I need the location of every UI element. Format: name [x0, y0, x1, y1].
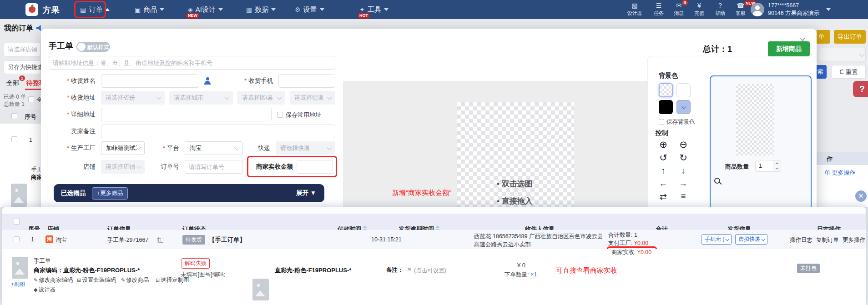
more-gifts-button[interactable]: +更多赠品	[92, 187, 128, 200]
header-checkbox[interactable]	[11, 113, 17, 119]
rotate-right-icon[interactable]: ↻	[678, 152, 689, 163]
help-float-button[interactable]: ?	[853, 81, 868, 97]
sheet-close-icon[interactable]: ✕	[855, 190, 867, 202]
rotate-left-icon[interactable]: ↺	[658, 152, 669, 163]
reset-button[interactable]: C 重置	[832, 65, 866, 79]
move-up-icon[interactable]: ↑	[658, 166, 669, 176]
factory-select[interactable]: 加菲猫测试工厂	[101, 141, 145, 155]
avatar[interactable]	[751, 3, 764, 16]
quick-tasks[interactable]: ☰任务	[649, 2, 669, 17]
product-thumbnail[interactable]	[12, 257, 28, 279]
flip-horizontal-icon[interactable]: ⇄	[658, 191, 669, 202]
design-canvas[interactable]: 双击选图 直接拖入 新增"商家实收金额"	[343, 81, 647, 214]
swatch-white[interactable]	[676, 83, 691, 97]
quick-messages[interactable]: ✉消息 9	[669, 2, 689, 17]
caret-up-icon	[105, 8, 110, 11]
filter-select-fragment[interactable]	[819, 48, 866, 61]
zoom-out-icon[interactable]: ⊖	[678, 139, 689, 150]
print-order-button-fragment[interactable]: 单	[817, 30, 830, 44]
taobao-icon: 淘	[45, 235, 53, 243]
case-type-chip[interactable]: 手机壳 (	[701, 234, 732, 245]
sku-thumbnail[interactable]	[252, 279, 269, 300]
merchant-amount-input[interactable]	[297, 160, 333, 174]
move-left-icon[interactable]: ←	[658, 179, 669, 189]
copy-order-link[interactable]: 复制订单	[816, 236, 839, 244]
swatch-transparent[interactable]	[659, 83, 673, 97]
nav-data[interactable]: ▥ 数据	[246, 0, 276, 19]
remark-hint[interactable]: (点击可设置)	[414, 267, 446, 275]
sheet-header-checkbox[interactable]	[14, 219, 20, 225]
op-log-link[interactable]: 操作日志	[790, 236, 812, 244]
nav-orders[interactable]: ▤ 订单	[80, 0, 110, 19]
virtual-express-chip[interactable]: 虚拟快递	[735, 234, 767, 245]
brand-logo[interactable]	[25, 3, 38, 16]
pay-factory: 支付工厂: ¥0.00	[608, 240, 648, 247]
account-caret-icon[interactable]	[826, 8, 831, 11]
set-suit-code-link[interactable]: ⊞设置套装编码	[77, 276, 116, 284]
order-row-checkbox[interactable]	[14, 236, 20, 242]
shop-filter-select[interactable]: 请选择店铺	[4, 43, 41, 56]
add-product-button[interactable]: 新增商品	[768, 41, 810, 56]
expand-button[interactable]: 展开 ▼	[296, 189, 316, 197]
canvas-transparent-area[interactable]: 双击选图 直接拖入	[457, 102, 574, 214]
caret-down-icon	[218, 8, 223, 11]
platform-select[interactable]: 淘宝	[185, 141, 243, 155]
designer-link[interactable]: ◆设计器	[34, 286, 56, 294]
quick-help[interactable]: ?帮助	[710, 2, 730, 17]
flag-icon[interactable]: ⚑	[407, 266, 412, 273]
orderno-input[interactable]	[185, 160, 243, 174]
tab-pending[interactable]: 待整理	[26, 79, 41, 87]
move-right-icon[interactable]: →	[678, 179, 689, 189]
save-address-checkbox[interactable]	[277, 112, 283, 118]
qty-stepper[interactable]	[773, 160, 781, 172]
default-style-toggle[interactable]: 默认样式	[76, 42, 110, 52]
qty-input[interactable]: 1	[755, 160, 773, 172]
qty-up-icon[interactable]	[773, 160, 781, 166]
pay-time: 10-31 15:21	[371, 236, 402, 243]
shop-select[interactable]: 请选择店铺	[101, 160, 145, 174]
zoom-in-icon[interactable]: ⊕	[658, 139, 669, 150]
copy-icon[interactable]	[157, 238, 161, 243]
city-select[interactable]: 请选择城市	[169, 91, 233, 105]
swatch-black[interactable]	[659, 100, 673, 114]
row-checkbox[interactable]	[11, 136, 17, 142]
quick-recharge[interactable]: ¥充值	[689, 2, 709, 17]
contacts-icon[interactable]	[204, 77, 211, 85]
more-ops-link[interactable]: 更多操作	[843, 236, 865, 244]
swatch-custom-dropdown[interactable]	[676, 100, 691, 114]
street-select[interactable]: 请选择街道	[290, 91, 335, 105]
announcement-icon[interactable]	[36, 25, 41, 31]
qty-down-icon[interactable]	[773, 166, 781, 171]
save-bg-checkbox[interactable]	[659, 119, 664, 125]
export-orders-button[interactable]: 导出订单	[834, 30, 866, 44]
save-quick-query-button[interactable]: 另存为快捷查询	[4, 60, 41, 74]
quick-designer[interactable]: ▧设计器	[625, 2, 645, 17]
search-button-fragment[interactable]: 索	[817, 65, 827, 79]
add-sub-image-link[interactable]: +副图	[11, 280, 25, 288]
product-preview[interactable]	[736, 84, 774, 155]
edit-product-link[interactable]: ✎修改商品	[121, 276, 149, 284]
total-value: 1	[727, 45, 732, 54]
district-select[interactable]: 请选择区/县	[237, 91, 285, 105]
detail-address-input[interactable]	[101, 108, 272, 121]
nav-settings[interactable]: ⚙ 设置	[295, 0, 324, 19]
select-all-checkbox[interactable]	[28, 96, 34, 102]
account-info[interactable]: 177****5667 90146 方果商家演示	[768, 2, 819, 17]
seller-remark-input[interactable]	[101, 125, 335, 138]
preview-zoom-icon[interactable]	[714, 178, 720, 184]
tab-all[interactable]: 全部	[6, 79, 19, 87]
receiver-phone-input[interactable]	[278, 74, 335, 88]
product-card[interactable]: 商品数量 1	[710, 75, 812, 210]
province-select[interactable]: 请选择省份	[101, 91, 165, 105]
nav-goods[interactable]: ▣ 商品	[135, 0, 164, 19]
ai-design-icon: ◈	[188, 6, 193, 13]
edit-code-link[interactable]: ✎修改商家编码	[34, 276, 73, 284]
express-select[interactable]: 请选择快递	[276, 141, 335, 155]
receiver-name-input[interactable]	[101, 74, 199, 88]
align-icon[interactable]: ≡	[678, 191, 689, 201]
tools-icon: ✦	[359, 6, 365, 13]
orderno-label: 订单号	[156, 160, 179, 174]
paste-address-input[interactable]	[49, 56, 335, 70]
move-down-icon[interactable]: ↓	[678, 166, 689, 176]
ops-links-fragment[interactable]: 单 更多操作	[824, 169, 856, 177]
